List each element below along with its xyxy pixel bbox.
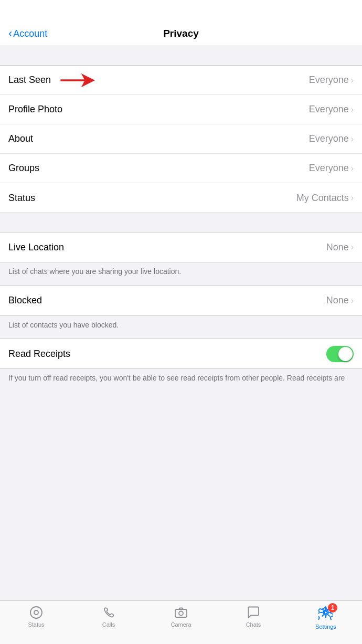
read-receipts-label-container: Read Receipts [8, 349, 70, 360]
live-location-value-container: None › [326, 242, 354, 253]
status-value-container: My Contacts › [296, 193, 354, 204]
about-chevron-icon: › [351, 134, 354, 144]
status-label-container: Status [8, 193, 35, 204]
read-receipts-group: Read Receipts [0, 339, 362, 369]
back-button[interactable]: ‹ Account [8, 28, 47, 39]
live-location-label-container: Live Location [8, 242, 64, 253]
back-label: Account [13, 28, 47, 39]
toggle-knob [338, 347, 353, 361]
blocked-value-container: None › [326, 295, 354, 306]
chats-icon [246, 605, 261, 620]
groups-label: Groups [8, 163, 39, 174]
status-label: Status [8, 193, 35, 204]
status-icon [29, 605, 44, 620]
status-chevron-icon: › [351, 193, 354, 203]
read-receipts-toggle[interactable] [326, 346, 354, 362]
groups-value: Everyone [309, 163, 349, 174]
profile-photo-label: Profile Photo [8, 104, 62, 115]
blocked-group: Blocked None › [0, 286, 362, 316]
svg-line-15 [322, 615, 323, 616]
last-seen-label-container: Last Seen [8, 72, 95, 88]
blocked-description: List of contacts you have blocked. [0, 316, 362, 331]
blocked-label: Blocked [8, 295, 42, 306]
tab-calls-label: Calls [102, 621, 115, 628]
tab-camera[interactable]: Camera [145, 605, 217, 628]
live-location-value: None [326, 242, 349, 253]
groups-label-container: Groups [8, 163, 39, 174]
profile-photo-chevron-icon: › [351, 105, 354, 114]
about-label: About [8, 133, 33, 144]
svg-rect-3 [175, 609, 187, 617]
status-privacy-row[interactable]: Status My Contacts › [0, 183, 362, 213]
last-seen-chevron-icon: › [351, 76, 354, 85]
svg-point-7 [325, 611, 327, 614]
tab-bar: Status Calls Camera Chats [0, 600, 362, 644]
about-value-container: Everyone › [309, 133, 354, 144]
live-location-label: Live Location [8, 242, 64, 253]
annotation-arrow [58, 72, 95, 88]
spacer-small-2 [0, 330, 362, 339]
last-seen-value-container: Everyone › [309, 75, 354, 86]
blocked-label-container: Blocked [8, 295, 42, 306]
spacer-small-1 [0, 277, 362, 286]
settings-badge-container: 1 [318, 605, 333, 624]
groups-chevron-icon: › [351, 164, 354, 173]
live-location-row[interactable]: Live Location None › [0, 233, 362, 262]
calls-icon [101, 605, 116, 620]
camera-icon [174, 605, 188, 620]
last-seen-value: Everyone [309, 75, 349, 86]
groups-row[interactable]: Groups Everyone › [0, 154, 362, 183]
about-label-container: About [8, 133, 33, 144]
read-receipts-label: Read Receipts [8, 349, 70, 360]
profile-photo-value: Everyone [309, 104, 349, 115]
svg-point-2 [34, 610, 38, 615]
tab-settings-label: Settings [315, 624, 336, 630]
about-row[interactable]: About Everyone › [0, 124, 362, 154]
tab-status[interactable]: Status [0, 605, 72, 628]
profile-photo-value-container: Everyone › [309, 104, 354, 115]
svg-point-4 [179, 611, 183, 616]
live-location-description: List of chats where you are sharing your… [0, 262, 362, 277]
about-value: Everyone [309, 133, 349, 144]
live-location-group: Live Location None › [0, 232, 362, 262]
privacy-group-1: Last Seen Everyone › Profile Photo Every… [0, 65, 362, 213]
back-chevron-icon: ‹ [8, 28, 12, 39]
tab-camera-label: Camera [171, 621, 191, 628]
svg-point-1 [30, 607, 42, 618]
tab-settings[interactable]: 1 Settings [290, 605, 362, 630]
red-arrow-icon [58, 72, 95, 88]
page-title: Privacy [163, 28, 199, 39]
read-receipts-description: If you turn off read receipts, you won't… [0, 369, 362, 384]
live-location-chevron-icon: › [351, 242, 354, 252]
tab-status-label: Status [28, 621, 44, 628]
tab-chats-label: Chats [246, 621, 261, 628]
blocked-value: None [326, 295, 349, 306]
svg-marker-0 [60, 73, 95, 87]
section-spacer-2 [0, 213, 362, 232]
groups-value-container: Everyone › [309, 163, 354, 174]
tab-calls[interactable]: Calls [72, 605, 145, 628]
tab-chats[interactable]: Chats [217, 605, 290, 628]
profile-photo-row[interactable]: Profile Photo Everyone › [0, 95, 362, 124]
blocked-chevron-icon: › [351, 296, 354, 305]
section-spacer-top [0, 46, 362, 65]
profile-photo-label-container: Profile Photo [8, 104, 62, 115]
last-seen-label: Last Seen [8, 75, 51, 86]
blocked-row[interactable]: Blocked None › [0, 286, 362, 315]
read-receipts-row[interactable]: Read Receipts [0, 339, 362, 368]
status-value: My Contacts [296, 193, 349, 204]
nav-bar: ‹ Account Privacy [0, 0, 362, 46]
settings-badge: 1 [328, 603, 337, 613]
svg-line-13 [328, 615, 329, 616]
main-content: Last Seen Everyone › Profile Photo Every… [0, 46, 362, 427]
last-seen-row[interactable]: Last Seen Everyone › [0, 66, 362, 95]
